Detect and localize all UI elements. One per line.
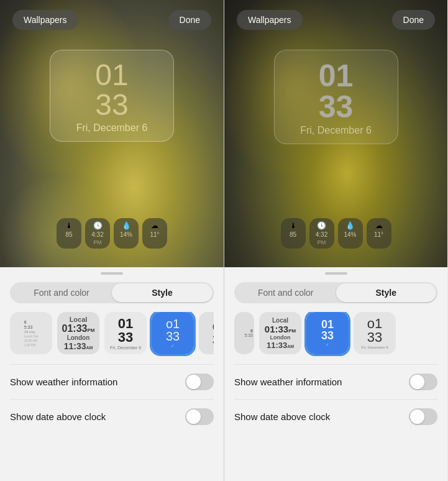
right-phone-preview: Wallpapers Done 01 33 Fri, December 6 🌡 … [224,0,447,267]
right-wallpapers-button[interactable]: Wallpapers [237,10,303,30]
cloud-icon: ☁ [151,221,158,230]
right-weather-chip-temp2: ☁ 11° [367,218,391,249]
right-weather-toggle[interactable] [409,373,437,390]
left-weather-chip-temp2: ☁ 11° [142,218,167,249]
right-wallpaper: Wallpapers Done 01 33 Fri, December 6 🌡 … [224,0,447,267]
left-toggle-date: Show date above clock [10,399,214,434]
right-weather-chip-time: 🕓 4:32 PM [309,218,334,249]
right-clock-icon: 🕓 [317,221,326,230]
left-weather-chip-humidity: 💧 14% [114,218,139,249]
left-thumb-5[interactable]: o1 33 [199,312,214,354]
left-tab-font-color[interactable]: Font and color [11,283,112,302]
left-tab-switcher: Font and color Style [10,282,214,303]
right-top-buttons: Wallpapers Done [224,10,447,30]
humidity-value: 14% [120,231,132,238]
right-bottom-sheet: Font and color Style 6 5:33 Local 0 [224,267,447,481]
temp-value: 85 [65,231,72,238]
right-tab-style[interactable]: Style [336,283,437,302]
right-temp-value: 85 [290,231,296,238]
left-tab-style[interactable]: Style [112,283,213,302]
left-weather-toggle[interactable] [185,373,214,390]
right-time-sub: PM [318,239,326,245]
left-done-button[interactable]: Done [168,10,211,30]
left-bottom-sheet: Font and color Style 6 5:33 All day Lunc… [0,267,224,481]
left-date-label: Show date above clock [10,411,106,422]
right-clock-widget: 01 33 Fri, December 6 [274,50,398,144]
left-style-thumbnails: 6 5:33 All day Lunch Sat 10:00 AM 1:00 P… [10,312,214,357]
right-time-value: 4:32 [316,231,327,238]
left-thumb-4[interactable]: o1 33 ✓ [152,312,194,354]
left-clock-widget: 01 33 Fri, December 6 [50,50,174,142]
right-thumb-2[interactable]: 01 33 ✓ [306,312,349,354]
right-toggle-date: Show date above clock [234,399,437,434]
right-weather-chip-humidity: 💧 14% [338,218,363,249]
clock-icon: 🕓 [93,221,103,230]
right-temp2-value: 11° [374,231,383,238]
left-thumb-2[interactable]: Local 01:33PM London 11:33AM [57,312,99,354]
right-humidity-icon: 💧 [345,221,355,230]
right-cloud-icon: ☁ [375,221,383,230]
right-thumb-0[interactable]: 6 5:33 [234,312,254,354]
left-thumb-1[interactable]: 6 5:33 All day Lunch Sat 10:00 AM 1:00 P… [10,312,52,354]
left-top-buttons: Wallpapers Done [0,10,224,30]
right-thermometer-icon: 🌡 [290,221,297,230]
left-weather-chip-time: 🕓 4:32 PM [85,218,110,249]
time-value: 4:32 [91,231,103,238]
right-thumb-1[interactable]: Local 01:33PM London 11:33AM [259,312,301,354]
right-clock-date: Fri, December 6 [287,125,385,136]
left-toggle-weather: Show weather information [10,364,214,399]
right-done-button[interactable]: Done [392,10,435,30]
thermometer-icon: 🌡 [65,221,73,230]
left-date-toggle[interactable] [185,408,214,425]
right-humidity-value: 14% [344,231,356,238]
right-thumb-3[interactable]: o1 33 Fri, December 6 [354,312,396,354]
left-wallpapers-button[interactable]: Wallpapers [12,10,78,30]
right-tab-switcher: Font and color Style [234,282,437,303]
left-weather-row: 🌡 85 🕓 4:32 PM 💧 14% ☁ 11° [57,218,167,249]
left-weather-chip-temp: 🌡 85 [57,218,81,249]
right-drag-handle [325,272,347,275]
right-date-label: Show date above clock [234,411,330,422]
left-clock-date: Fri, December 6 [63,122,161,134]
left-panel: Wallpapers Done 01 33 Fri, December 6 🌡 … [0,0,224,481]
right-weather-label: Show weather information [234,377,342,387]
right-weather-chip-temp: 🌡 85 [281,218,306,249]
left-drag-handle [101,272,123,275]
right-weather-row: 🌡 85 🕓 4:32 PM 💧 14% ☁ 11° [281,218,391,249]
left-thumb-3[interactable]: 01 33 Fri, December 6 [104,312,147,354]
left-clock-time: 01 33 [63,60,161,120]
time-sub: PM [93,239,102,245]
humidity-icon: 💧 [122,221,131,230]
right-date-toggle[interactable] [409,408,437,425]
right-clock-time: 01 33 [287,60,385,122]
right-toggle-weather: Show weather information [234,364,437,399]
right-tab-font-color[interactable]: Font and color [235,283,336,302]
left-wallpaper: Wallpapers Done 01 33 Fri, December 6 🌡 … [0,0,224,267]
left-weather-label: Show weather information [10,377,117,387]
right-style-thumbnails: 6 5:33 Local 01:33PM London 11:33AM [234,312,437,357]
right-panel: Wallpapers Done 01 33 Fri, December 6 🌡 … [224,0,447,481]
temp2-value: 11° [150,231,159,238]
left-phone-preview: Wallpapers Done 01 33 Fri, December 6 🌡 … [0,0,224,267]
